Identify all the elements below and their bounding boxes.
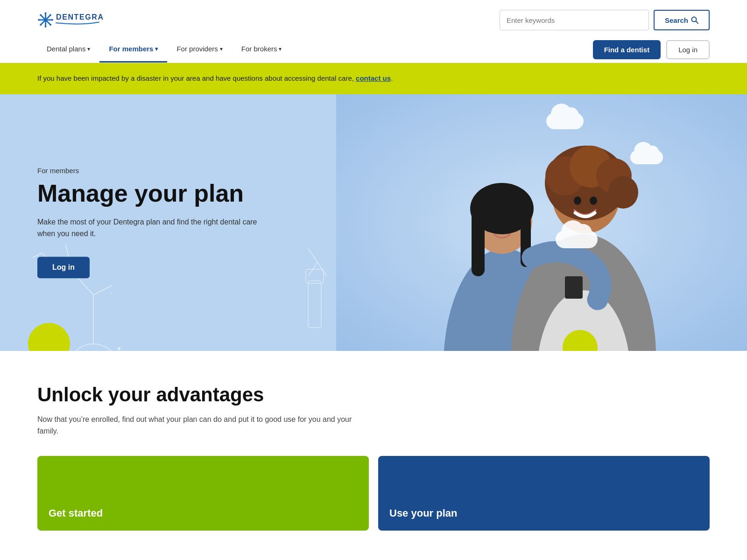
svg-point-11 xyxy=(40,24,42,26)
find-dentist-label: Find a dentist xyxy=(604,46,650,54)
svg-point-49 xyxy=(493,222,499,230)
hero-login-label: Log in xyxy=(52,263,75,271)
header-login-label: Log in xyxy=(678,46,698,54)
nav-right-actions: Find a dentist Log in xyxy=(593,40,710,59)
cloud-decoration-1 xyxy=(546,113,584,129)
svg-line-17 xyxy=(93,286,112,295)
alert-text: If you have been impacted by a disaster … xyxy=(37,74,356,82)
svg-point-5 xyxy=(45,26,47,28)
advantages-card-use-plan-label: Use your plan xyxy=(389,507,457,519)
advantages-section: Unlock your advantages Now that you’re e… xyxy=(0,351,747,549)
svg-point-47 xyxy=(608,176,638,209)
svg-point-24 xyxy=(118,347,120,350)
alert-contact-link[interactable]: contact us xyxy=(356,74,391,82)
svg-rect-38 xyxy=(472,211,485,276)
find-dentist-button[interactable]: Find a dentist xyxy=(593,40,661,59)
svg-line-33 xyxy=(317,262,327,276)
svg-point-52 xyxy=(590,196,597,205)
chevron-down-icon: ▾ xyxy=(220,46,223,52)
advantages-cards: Get started Use your plan xyxy=(37,456,710,531)
advantages-card-use-plan[interactable]: Use your plan xyxy=(378,456,710,531)
nav-for-brokers-label: For brokers xyxy=(241,45,277,53)
header-login-button[interactable]: Log in xyxy=(666,40,710,59)
svg-text:DENTEGRA: DENTEGRA xyxy=(56,13,104,21)
logo-area: DENTEGRA xyxy=(37,8,112,32)
header-top: DENTEGRA Search xyxy=(37,0,710,36)
advantages-card-get-started[interactable]: Get started xyxy=(37,456,369,531)
cloud-decoration-3 xyxy=(556,231,598,248)
hero-label: For members xyxy=(37,167,257,175)
svg-line-32 xyxy=(308,262,317,276)
svg-point-15 xyxy=(68,344,119,351)
nav-for-brokers[interactable]: For brokers ▾ xyxy=(232,36,291,63)
hero-title: Manage your plan xyxy=(37,180,257,207)
search-button-label: Search xyxy=(665,16,688,24)
chevron-down-icon: ▾ xyxy=(87,46,90,52)
svg-point-51 xyxy=(574,196,581,205)
chevron-down-icon: ▾ xyxy=(279,46,282,52)
svg-rect-48 xyxy=(565,276,583,299)
svg-rect-29 xyxy=(306,269,324,283)
advantages-description: Now that you’re enrolled, find out what … xyxy=(37,413,355,437)
cloud-decoration-2 xyxy=(630,150,663,164)
hero-section: + + For members Manage your plan Ma xyxy=(0,94,747,351)
nav-for-members[interactable]: For members ▾ xyxy=(99,36,167,63)
nav-dental-plans-label: Dental plans xyxy=(47,45,85,53)
hero-description: Make the most of your Dentegra plan and … xyxy=(37,216,257,240)
alert-text-end: . xyxy=(391,74,393,82)
search-area: Search xyxy=(500,10,710,30)
search-button[interactable]: Search xyxy=(654,10,710,30)
header: DENTEGRA Search Dental plans ▾ xyxy=(0,0,747,63)
svg-point-6 xyxy=(38,19,40,21)
svg-point-4 xyxy=(45,12,47,14)
svg-point-8 xyxy=(40,14,42,16)
nav-dental-plans[interactable]: Dental plans ▾ xyxy=(37,36,99,63)
svg-point-7 xyxy=(51,19,53,21)
advantages-title: Unlock your advantages xyxy=(37,384,710,406)
alert-banner: If you have been impacted by a disaster … xyxy=(0,63,747,94)
dentegra-logo[interactable]: DENTEGRA xyxy=(37,8,112,32)
nav-for-members-label: For members xyxy=(109,45,153,53)
chevron-down-icon: ▾ xyxy=(155,46,158,52)
svg-line-14 xyxy=(696,21,698,24)
main-nav: Dental plans ▾ For members ▾ For provide… xyxy=(37,36,291,63)
svg-point-50 xyxy=(505,222,511,230)
svg-rect-28 xyxy=(308,281,321,328)
search-input[interactable] xyxy=(500,10,649,30)
nav-for-providers-label: For providers xyxy=(176,45,218,53)
hero-people-graphic xyxy=(336,94,747,351)
search-icon xyxy=(691,16,698,24)
nav-for-providers[interactable]: For providers ▾ xyxy=(167,36,232,63)
advantages-card-get-started-label: Get started xyxy=(49,507,103,519)
svg-line-31 xyxy=(308,248,317,262)
svg-point-10 xyxy=(49,14,51,16)
hero-login-button[interactable]: Log in xyxy=(37,257,90,278)
green-circle-left xyxy=(28,323,70,351)
svg-text:+: + xyxy=(110,291,113,296)
hero-content: For members Manage your plan Make the mo… xyxy=(37,167,257,278)
hero-illustration xyxy=(336,94,747,351)
svg-point-9 xyxy=(49,24,51,26)
header-nav-row: Dental plans ▾ For members ▾ For provide… xyxy=(37,36,710,63)
